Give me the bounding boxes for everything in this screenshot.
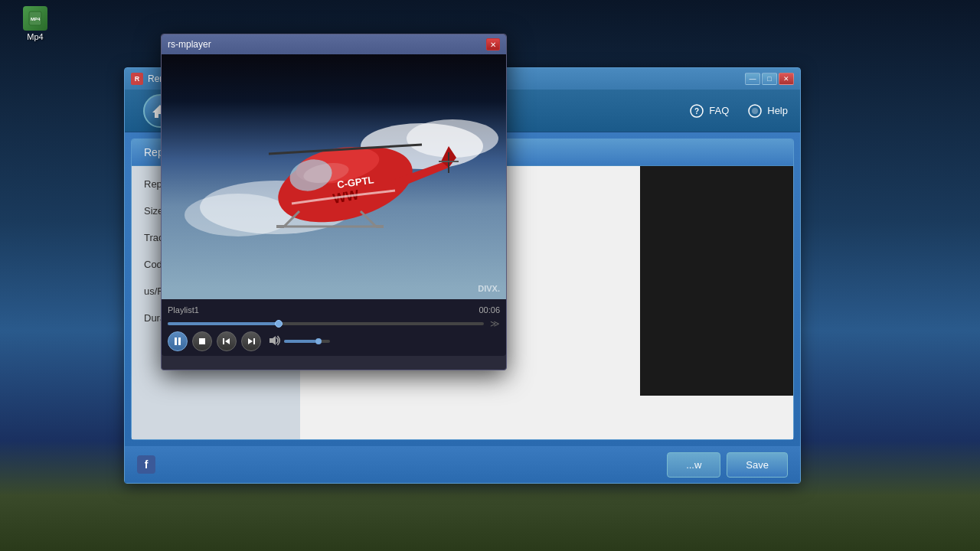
app-footer: ...w Save: [125, 446, 800, 483]
preview-button[interactable]: ...w: [667, 452, 720, 478]
svg-point-11: [185, 194, 292, 236]
helicopter-svg: C-GPTL WW: [162, 54, 506, 289]
mp4-icon-image: MP4: [23, 6, 47, 31]
faq-icon: ?: [689, 103, 704, 119]
next-button[interactable]: [241, 331, 261, 351]
volume-slider[interactable]: [284, 340, 330, 343]
save-button[interactable]: Save: [727, 452, 788, 478]
playlist-label: Playlist1: [168, 305, 199, 315]
volume-thumb: [315, 338, 322, 344]
media-player-window: rs-mplayer ✕: [161, 34, 507, 370]
svg-text:?: ?: [694, 107, 699, 116]
svg-point-6: [752, 108, 758, 114]
facebook-icon[interactable]: f: [137, 455, 155, 474]
svg-marker-30: [270, 336, 276, 345]
seek-bar-container[interactable]: ≫: [162, 321, 506, 327]
video-scene: C-GPTL WW DIVX.: [162, 54, 506, 299]
volume-button[interactable]: [269, 335, 281, 348]
player-status-bar: Playlist1 00:06: [162, 299, 506, 321]
seek-end-icon: ≫: [490, 318, 500, 329]
player-titlebar: rs-mplayer ✕: [162, 34, 506, 54]
mp4-icon-label: Mp4: [27, 32, 43, 41]
player-close-button[interactable]: ✕: [486, 38, 500, 51]
volume-fill: [284, 340, 316, 343]
svg-rect-25: [199, 338, 205, 344]
app-titlebar-icon: R: [131, 73, 143, 85]
play-pause-button[interactable]: [168, 331, 188, 351]
svg-text:MP4: MP4: [31, 17, 41, 21]
volume-area: [269, 335, 330, 348]
previous-button[interactable]: [217, 331, 237, 351]
svg-rect-27: [223, 338, 224, 344]
header-nav: ? FAQ Help: [689, 103, 788, 119]
player-controls: [162, 327, 506, 356]
maximize-button[interactable]: □: [762, 73, 777, 85]
close-button[interactable]: ✕: [779, 73, 794, 85]
divx-watermark: DIVX.: [478, 284, 500, 293]
dark-preview: [640, 166, 793, 396]
svg-rect-29: [253, 338, 255, 344]
time-label: 00:06: [479, 305, 500, 315]
seek-thumb[interactable]: [275, 320, 283, 328]
help-icon: [747, 103, 763, 119]
seek-track[interactable]: [168, 322, 484, 325]
stop-button[interactable]: [192, 331, 212, 351]
svg-marker-28: [248, 338, 253, 344]
help-label: Help: [767, 105, 788, 116]
help-nav-item[interactable]: Help: [747, 103, 788, 119]
svg-marker-26: [225, 338, 230, 344]
faq-label: FAQ: [709, 105, 729, 116]
faq-nav-item[interactable]: ? FAQ: [689, 103, 729, 119]
svg-rect-24: [178, 337, 181, 345]
svg-rect-23: [175, 337, 177, 345]
seek-fill: [168, 322, 279, 325]
minimize-button[interactable]: —: [745, 73, 760, 85]
titlebar-controls: — □ ✕: [745, 73, 794, 85]
player-title: rs-mplayer: [168, 39, 486, 50]
desktop-mp4-icon[interactable]: MP4 Mp4: [12, 6, 58, 41]
player-video-area: C-GPTL WW DIVX.: [162, 54, 506, 299]
